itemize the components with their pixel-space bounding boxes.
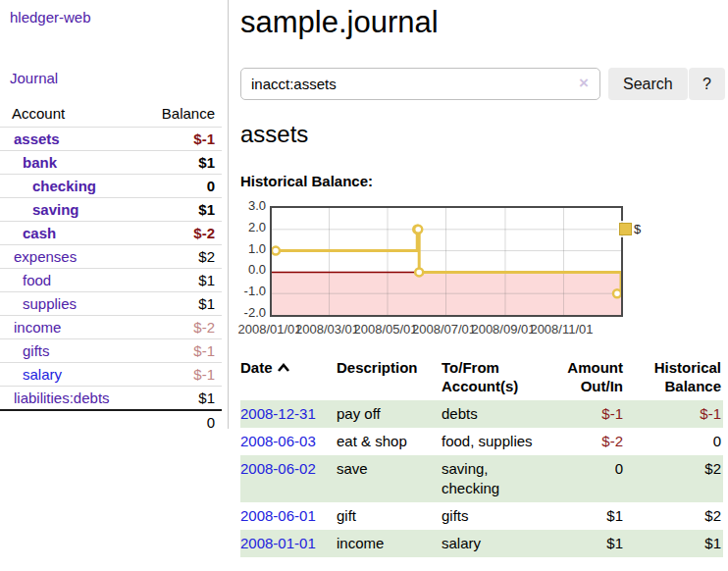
clear-search-icon[interactable]: × [579,74,589,93]
transaction-date-link[interactable]: 2008-01-01 [240,535,316,551]
register-table: Date Description To/From Account(s) Amou… [240,355,723,557]
x-axis-tick-label: 2008/09/01 [471,322,535,337]
x-axis-tick-label: 2008/01/01 [237,322,301,337]
sidebar-account-salary[interactable]: salary [23,366,62,383]
transaction-date-link[interactable]: 2008-12-31 [240,405,316,422]
transaction-amount: 0 [547,455,631,502]
account-balance: $-2 [143,222,222,245]
sidebar: hledger-web Journal Account Balance asse… [0,0,229,429]
register-header-row: Date Description To/From Account(s) Amou… [240,355,723,400]
sidebar-item-journal[interactable]: Journal [10,70,58,86]
register-row[interactable]: 2008-06-03 eat & shop food, supplies $-2… [240,428,723,455]
sidebar-account-liabilities-debts[interactable]: liabilities:debts [14,389,110,406]
x-axis-tick-label: 2008/07/01 [412,322,476,337]
transaction-accounts: gifts [442,502,547,530]
account-column-header: Account [0,102,143,128]
sidebar-account-income[interactable]: income [14,319,61,336]
account-balance-table: Account Balance assets $-1 bank $1 check… [0,102,222,434]
transaction-accounts: saving, checking [442,455,547,502]
account-balance: 0 [143,175,222,198]
main-content: sample.journal × Search ? assets Histori… [240,0,728,40]
account-balance: $1 [143,292,222,316]
legend-swatch-icon [619,223,632,235]
transaction-balance: $2 [631,502,723,530]
balance-column-header: Balance [143,102,222,128]
account-balance: $2 [143,245,222,269]
y-axis-tick-label: 2.0 [240,220,266,234]
transaction-amount: $-1 [547,400,631,428]
account-balance: $1 [143,387,222,411]
account-balance: $-2 [143,316,222,339]
account-balance: $-1 [143,339,222,363]
transaction-balance: $-1 [631,400,723,428]
account-balance: $1 [143,151,222,175]
account-balance: $-1 [143,128,222,151]
transaction-date-link[interactable]: 2008-06-01 [240,507,316,524]
chart-title: Historical Balance: [240,173,373,189]
sidebar-account-checking[interactable]: checking [32,178,96,194]
sidebar-account-assets[interactable]: assets [14,130,60,147]
transaction-balance: $1 [631,530,723,557]
transaction-description: income [337,530,442,557]
register-row[interactable]: 2008-01-01 income salary $1 $1 [240,530,723,557]
balance-column-header: Historical Balance [631,355,723,400]
transaction-description: gift [337,502,442,530]
register-row[interactable]: 2008-06-01 gift gifts $1 $2 [240,502,723,530]
account-heading: assets [240,121,308,148]
search-form: × Search ? [240,68,728,101]
help-button[interactable]: ? [689,68,725,100]
transaction-date-link[interactable]: 2008-06-02 [240,460,316,477]
transaction-accounts: salary [442,530,547,557]
accounts-total: 0 [143,410,222,434]
date-column-header[interactable]: Date [240,355,337,400]
transaction-amount: $1 [547,530,631,557]
chart-legend: $ [617,221,643,237]
account-balance: $1 [143,198,222,222]
hledger-web-page: hledger-web Journal Account Balance asse… [0,0,728,571]
app-title-link[interactable]: hledger-web [10,9,91,26]
y-axis-tick-label: 0.0 [240,262,266,277]
register-row[interactable]: 2008-12-31 pay off debts $-1 $-1 [240,400,723,428]
transaction-date-link[interactable]: 2008-06-03 [240,433,316,449]
legend-label: $ [634,222,641,236]
transaction-balance: $2 [631,455,723,502]
sidebar-account-food[interactable]: food [23,272,51,288]
transaction-amount: $-2 [547,428,631,455]
x-axis-tick-label: 2008/11/01 [530,322,593,337]
sidebar-account-gifts[interactable]: gifts [23,342,50,359]
register-row[interactable]: 2008-06-02 save saving, checking 0 $2 [240,455,723,502]
transaction-description: eat & shop [337,428,442,455]
y-axis-tick-label: -1.0 [240,284,266,298]
sidebar-account-cash[interactable]: cash [23,225,56,241]
search-input[interactable] [240,68,600,100]
amount-column-header: Amount Out/In [547,355,631,400]
description-column-header: Description [337,355,442,400]
sidebar-account-expenses[interactable]: expenses [14,248,77,265]
transaction-description: save [337,455,442,502]
page-title: sample.journal [240,5,728,40]
transaction-accounts: debts [442,400,547,428]
transaction-balance: 0 [631,428,723,455]
x-axis-tick-label: 2008/03/01 [295,322,359,337]
historical-balance-chart: $ 3.02.01.00.0-1.0-2.0 2008/01/012008/03… [240,198,728,345]
account-balance: $1 [143,269,222,292]
x-axis-tick-label: 2008/05/01 [353,322,417,337]
sort-ascending-icon [277,358,290,377]
search-button[interactable]: Search [608,68,688,100]
transaction-amount: $1 [547,502,631,530]
sidebar-account-saving[interactable]: saving [32,201,79,218]
chart-plot-area[interactable]: $ [270,206,623,317]
sidebar-account-supplies[interactable]: supplies [23,295,77,312]
sidebar-account-bank[interactable]: bank [23,154,57,171]
accounts-column-header: To/From Account(s) [442,355,547,400]
y-axis-tick-label: 1.0 [240,241,266,256]
y-axis-tick-label: 3.0 [240,198,266,213]
y-axis-tick-label: -2.0 [240,305,266,320]
transaction-accounts: food, supplies [442,428,547,455]
transaction-description: pay off [337,400,442,428]
account-balance: $-1 [143,363,222,387]
